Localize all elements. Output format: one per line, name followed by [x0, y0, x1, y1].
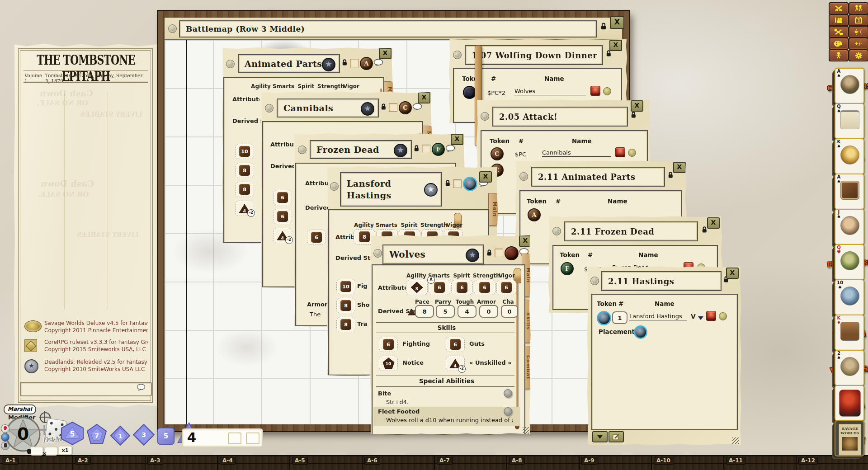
wildcard-star-icon[interactable]: [466, 249, 479, 262]
die-d6[interactable]: 5: [157, 428, 175, 445]
radial-menu-icon[interactable]: [330, 182, 339, 191]
attr-die-agility[interactable]: 8: [406, 280, 428, 295]
attr-die-strength[interactable]: 6: [474, 280, 495, 295]
skill-die[interactable]: 10: [336, 279, 355, 294]
skill-die[interactable]: 8: [235, 182, 254, 197]
npc-face-icon[interactable]: [590, 86, 600, 96]
npc-count[interactable]: $PC*2: [487, 89, 505, 96]
wildcard-star-icon[interactable]: [394, 144, 407, 157]
chat-entry-box[interactable]: 4: [182, 428, 263, 447]
sidebar-item-characters[interactable]: A♠: [835, 68, 864, 104]
close-icon[interactable]: [451, 134, 463, 145]
radial-menu-icon[interactable]: [168, 24, 177, 33]
modifiers-button[interactable]: +/-: [849, 38, 868, 50]
npc-name-field[interactable]: Cannibals: [542, 149, 611, 157]
skill-die-d4[interactable]: 4 -2: [273, 228, 292, 243]
edit-button[interactable]: [609, 431, 624, 442]
close-icon[interactable]: [379, 48, 392, 59]
sheet-title-box[interactable]: Animated Parts: [238, 54, 340, 73]
die-d20[interactable]: 5: [60, 422, 85, 447]
checkbox[interactable]: [389, 103, 397, 112]
sidebar-item-images[interactable]: K♠: [835, 138, 864, 174]
hotkey-slot-a3[interactable]: A-3: [147, 457, 163, 465]
attr-die-smarts[interactable]: 6 A: [429, 280, 450, 295]
token-wolves-portrait[interactable]: [505, 246, 519, 260]
stat-toughness[interactable]: 4: [458, 305, 476, 318]
hotkey-slot-a6[interactable]: A-6: [364, 457, 380, 465]
skill-die[interactable]: 8: [336, 298, 355, 313]
token-wolves[interactable]: [463, 86, 476, 99]
health-icon[interactable]: [1, 424, 9, 433]
link-button[interactable]: [603, 87, 611, 95]
lock-icon[interactable]: [631, 111, 637, 119]
hotkey-slot-a4[interactable]: A-4: [220, 457, 236, 465]
radial-menu-icon[interactable]: [590, 277, 599, 285]
skill-die[interactable]: 6: [273, 209, 292, 224]
checkbox[interactable]: [453, 179, 462, 188]
attr-die[interactable]: 6: [307, 230, 326, 245]
battlemap-titlebar[interactable]: Battlemap (Row 3 Middle): [165, 18, 622, 40]
role-badge[interactable]: Marshal: [4, 404, 36, 414]
combat-tracker-button[interactable]: [829, 2, 849, 14]
radial-menu-icon[interactable]: [298, 146, 307, 154]
sidebar-item-library[interactable]: SAVAGE WORLDS: [835, 420, 864, 456]
chat-window-newspaper[interactable]: The Tombstone Epitaph Volume 1. Tombston…: [14, 43, 158, 408]
stat-armor[interactable]: 0: [479, 305, 498, 318]
game-tools-button[interactable]: [829, 26, 849, 38]
color-picker-button[interactable]: [829, 38, 849, 50]
identity-list-button[interactable]: [829, 14, 849, 26]
skill-die[interactable]: 8: [336, 317, 355, 332]
attr-die-vigor[interactable]: 6: [496, 280, 516, 295]
wildcard-star-icon[interactable]: [361, 102, 374, 116]
link-button[interactable]: [628, 149, 636, 157]
token-frozen-dead[interactable]: F: [561, 262, 574, 275]
radial-menu-icon[interactable]: [519, 172, 528, 181]
hotkey-slot-a2[interactable]: A-2: [75, 457, 91, 465]
radial-menu-icon[interactable]: [226, 60, 235, 68]
stat-pace[interactable]: 8: [415, 305, 434, 318]
hotkey-bar[interactable]: A-1 A-2 A-3 A-4 A-5 A-6 A-7 A-8 A-9 A-10…: [0, 455, 868, 470]
npc-sheet-wolves[interactable]: Wolves Main Skills Combat Agility Smarts…: [370, 235, 531, 435]
hotkey-slot-a5[interactable]: A-5: [292, 457, 308, 465]
tab-main[interactable]: Main: [488, 193, 498, 226]
sidebar-item-story[interactable]: A♠: [835, 174, 864, 210]
hotkey-slot-a1[interactable]: A-1: [3, 457, 19, 465]
resize-grip[interactable]: [523, 427, 529, 434]
sidebar-item-tokens[interactable]: [835, 385, 864, 421]
speech-bubble-icon[interactable]: [373, 59, 383, 66]
lock-icon[interactable]: [414, 145, 420, 153]
wildcard-dropdown-value[interactable]: V: [691, 313, 696, 320]
die-d10[interactable]: 1: [110, 426, 130, 447]
token-bag-button[interactable]: [829, 49, 849, 61]
skill-die-fighting[interactable]: 6: [379, 337, 398, 352]
die-d12[interactable]: 7: [86, 424, 108, 447]
npc-count-box[interactable]: 1: [612, 311, 627, 324]
radial-menu-icon[interactable]: [373, 249, 382, 258]
token-lansford[interactable]: [463, 177, 477, 191]
radial-menu-icon[interactable]: [481, 112, 489, 121]
close-icon[interactable]: [418, 92, 430, 103]
sidebar-item-vehicles[interactable]: 2♠: [835, 350, 864, 386]
token-frozen-dead[interactable]: F: [432, 143, 445, 156]
chips-icon[interactable]: [1, 433, 9, 442]
skill-die[interactable]: 10: [235, 144, 254, 159]
radial-menu-icon[interactable]: [453, 51, 462, 59]
hotkey-slot-a12[interactable]: A-12: [798, 457, 818, 465]
skill-die-unskilled[interactable]: 4 -2: [446, 356, 465, 371]
close-icon[interactable]: [609, 40, 622, 51]
close-icon[interactable]: [707, 217, 720, 229]
npc-name-field[interactable]: Wolves: [514, 88, 586, 95]
stat-parry[interactable]: 5: [436, 305, 455, 318]
ability-toggle[interactable]: [504, 389, 512, 398]
sidebar-item-notes[interactable]: Q♠: [835, 103, 864, 139]
token-cannibals[interactable]: C: [399, 101, 412, 114]
chat-input[interactable]: [20, 382, 152, 396]
speech-bubble-icon[interactable]: [445, 145, 455, 152]
hotkey-slot-a9[interactable]: A-9: [581, 457, 597, 465]
stat-charisma[interactable]: 0: [501, 305, 518, 318]
ability-toggle[interactable]: [504, 407, 512, 416]
token-lansford[interactable]: [597, 311, 611, 325]
close-icon[interactable]: [673, 162, 686, 173]
close-icon[interactable]: [726, 268, 739, 279]
add-npc-button[interactable]: [592, 431, 608, 442]
